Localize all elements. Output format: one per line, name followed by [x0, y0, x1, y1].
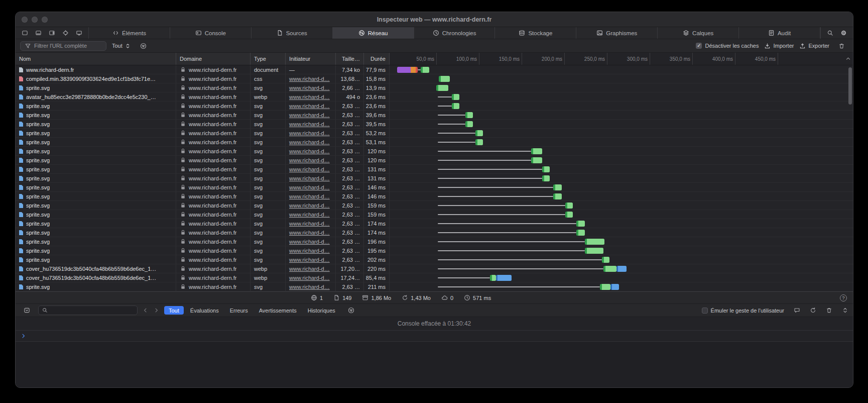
console-tab-avertissements[interactable]: Avertissements [255, 306, 301, 315]
console-search-input[interactable] [38, 306, 138, 315]
console-tab-tout[interactable]: Tout [164, 306, 184, 315]
column-header-taille[interactable]: Taille… [336, 53, 364, 65]
console-scope-button[interactable] [20, 304, 34, 317]
clear-network-button[interactable] [835, 39, 848, 52]
disable-caches-checkbox[interactable]: ✓ Désactiver les caches [696, 43, 759, 49]
history-forward-button[interactable] [153, 307, 160, 314]
initiator-link[interactable]: www.richard-d… [289, 248, 330, 254]
console-empty-area[interactable] [16, 342, 853, 387]
initiator-link[interactable]: www.richard-d… [289, 85, 330, 91]
tab-sources[interactable]: Sources [252, 27, 333, 39]
tab-réseau[interactable]: Réseau [333, 27, 414, 39]
table-row[interactable]: cover_hu736519dc3b5040cfa48b6b559b6de6ec… [16, 273, 853, 282]
initiator-link[interactable]: www.richard-d… [289, 230, 330, 236]
initiator-link[interactable]: www.richard-d… [289, 212, 330, 218]
initiator-link[interactable]: www.richard-d… [289, 148, 330, 154]
table-row[interactable]: sprite.svg www.richard-dern.fr svg www.r… [16, 147, 853, 156]
table-row[interactable]: www.richard-dern.fr www.richard-dern.fr … [16, 65, 853, 74]
table-row[interactable]: sprite.svg www.richard-dern.fr svg www.r… [16, 255, 853, 264]
tab-console[interactable]: Console [170, 27, 252, 39]
undock-icon[interactable] [18, 27, 32, 39]
initiator-link[interactable]: www.richard-d… [289, 94, 330, 100]
table-row[interactable]: sprite.svg www.richard-dern.fr svg www.r… [16, 111, 853, 120]
initiator-link[interactable]: www.richard-d… [289, 112, 330, 118]
console-filter-options-button[interactable] [344, 304, 358, 317]
console-clear-button[interactable] [826, 307, 832, 314]
console-prompt-row[interactable] [16, 331, 853, 342]
tab-éléments[interactable]: Éléments [89, 27, 170, 39]
console-tab-évaluations[interactable]: Évaluations [186, 306, 223, 315]
initiator-link[interactable]: www.richard-d… [289, 76, 330, 82]
table-row[interactable]: cover_hu736519dc3b5040cfa48b6b559b6de6ec… [16, 264, 853, 273]
chevron-up-icon[interactable] [845, 55, 851, 62]
column-header-nom[interactable]: Nom [16, 53, 176, 65]
column-header-initiateur[interactable]: Initiateur [286, 53, 336, 65]
table-row[interactable]: sprite.svg www.richard-dern.fr svg www.r… [16, 237, 853, 246]
column-header-domaine[interactable]: Domaine [176, 53, 251, 65]
tab-chronologies[interactable]: Chronologies [414, 27, 495, 39]
export-button[interactable]: Exporter [799, 43, 829, 49]
table-row[interactable]: sprite.svg www.richard-dern.fr svg www.r… [16, 246, 853, 255]
table-row[interactable]: sprite.svg www.richard-dern.fr svg www.r… [16, 201, 853, 210]
tab-stockage[interactable]: Stockage [495, 27, 576, 39]
table-row[interactable]: sprite.svg www.richard-dern.fr svg www.r… [16, 174, 853, 183]
history-back-button[interactable] [142, 307, 149, 314]
initiator-link[interactable]: www.richard-d… [289, 103, 330, 109]
inspect-element-icon[interactable] [59, 27, 72, 39]
tab-calques[interactable]: Calques [658, 27, 739, 39]
initiator-link[interactable]: www.richard-d… [289, 166, 330, 172]
initiator-link[interactable]: www.richard-d… [289, 221, 330, 227]
column-header-duree[interactable]: Durée [364, 53, 390, 65]
help-button[interactable]: ? [840, 294, 847, 301]
table-row[interactable]: compiled.min.38390909f303624ed9e1cf1bd3f… [16, 74, 853, 83]
initiator-link[interactable]: www.richard-d… [289, 130, 330, 136]
table-row[interactable]: sprite.svg www.richard-dern.fr svg www.r… [16, 282, 853, 291]
close-button[interactable] [22, 17, 28, 23]
initiator-link[interactable]: www.richard-d… [289, 175, 330, 181]
initiator-link[interactable]: www.richard-d… [289, 266, 330, 272]
table-row[interactable]: sprite.svg www.richard-dern.fr svg www.r… [16, 192, 853, 201]
console-expand-button[interactable] [842, 307, 848, 314]
initiator-link[interactable]: www.richard-d… [289, 275, 330, 281]
table-row[interactable]: sprite.svg www.richard-dern.fr svg www.r… [16, 120, 853, 129]
search-button[interactable] [823, 27, 837, 39]
initiator-link[interactable]: www.richard-d… [289, 284, 330, 290]
titlebar[interactable]: Inspecteur web — www.richard-dern.fr [16, 12, 853, 27]
initiator-link[interactable]: www.richard-d… [289, 239, 330, 245]
settings-button[interactable] [837, 27, 850, 39]
dock-side-icon[interactable] [45, 27, 59, 39]
initiator-link[interactable]: www.richard-d… [289, 121, 330, 127]
table-row[interactable]: sprite.svg www.richard-dern.fr svg www.r… [16, 183, 853, 192]
filter-options-button[interactable] [137, 39, 150, 52]
url-filter-input[interactable]: Filtrer l'URL complète [20, 41, 106, 51]
table-row[interactable]: sprite.svg www.richard-dern.fr svg www.r… [16, 138, 853, 147]
table-row[interactable]: avatar_hu85ecc3e298728880b0bde2dcc4e5c23… [16, 92, 853, 102]
initiator-link[interactable]: www.richard-d… [289, 257, 330, 263]
table-row[interactable]: sprite.svg www.richard-dern.fr svg www.r… [16, 102, 853, 111]
column-header-type[interactable]: Type [251, 53, 286, 65]
table-row[interactable]: sprite.svg www.richard-dern.fr svg www.r… [16, 156, 853, 165]
table-row[interactable]: sprite.svg www.richard-dern.fr svg www.r… [16, 219, 853, 228]
table-row[interactable]: sprite.svg www.richard-dern.fr svg www.r… [16, 228, 853, 237]
emulate-user-gesture-checkbox[interactable]: Émuler le geste de l'utilisateur [702, 308, 784, 314]
minimize-button[interactable] [32, 17, 38, 23]
table-row[interactable]: sprite.svg www.richard-dern.fr svg www.r… [16, 129, 853, 138]
resource-type-dropdown[interactable]: Tout [112, 43, 131, 49]
initiator-link[interactable]: www.richard-d… [289, 193, 330, 199]
table-row[interactable]: sprite.svg www.richard-dern.fr svg www.r… [16, 165, 853, 174]
console-tab-erreurs[interactable]: Erreurs [225, 306, 253, 315]
initiator-link[interactable]: www.richard-d… [289, 139, 330, 145]
scrollbar-thumb[interactable] [848, 67, 852, 105]
import-button[interactable]: Importer [764, 43, 794, 49]
table-row[interactable]: sprite.svg www.richard-dern.fr svg www.r… [16, 210, 853, 219]
initiator-link[interactable]: www.richard-d… [289, 184, 330, 190]
zoom-button[interactable] [42, 17, 48, 23]
initiator-link[interactable]: www.richard-d… [289, 203, 330, 209]
device-icon[interactable] [72, 27, 86, 39]
console-reload-button[interactable] [810, 307, 816, 314]
tab-graphismes[interactable]: Graphismes [576, 27, 658, 39]
tab-audit[interactable]: Audit [739, 27, 820, 39]
console-messages-button[interactable] [794, 307, 800, 314]
initiator-link[interactable]: www.richard-d… [289, 157, 330, 163]
table-row[interactable]: sprite.svg www.richard-dern.fr svg www.r… [16, 83, 853, 92]
